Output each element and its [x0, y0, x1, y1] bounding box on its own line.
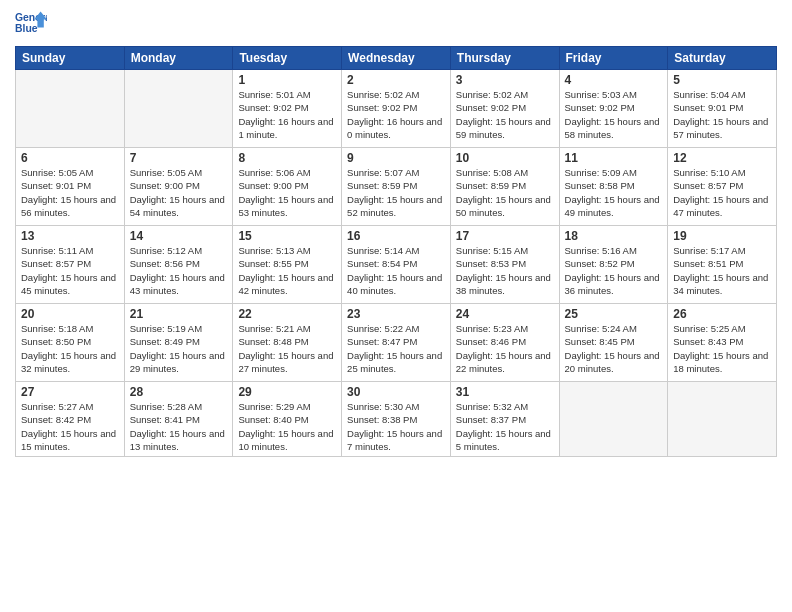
- day-info: Sunrise: 5:22 AM Sunset: 8:47 PM Dayligh…: [347, 322, 445, 375]
- svg-text:Blue: Blue: [15, 23, 38, 34]
- calendar-cell: [124, 70, 233, 148]
- calendar-cell: 11Sunrise: 5:09 AM Sunset: 8:58 PM Dayli…: [559, 148, 668, 226]
- calendar-cell: 2Sunrise: 5:02 AM Sunset: 9:02 PM Daylig…: [342, 70, 451, 148]
- calendar-cell: 20Sunrise: 5:18 AM Sunset: 8:50 PM Dayli…: [16, 304, 125, 382]
- weekday-header-row: SundayMondayTuesdayWednesdayThursdayFrid…: [16, 47, 777, 70]
- calendar-body: 1Sunrise: 5:01 AM Sunset: 9:02 PM Daylig…: [16, 70, 777, 457]
- calendar-week-row: 6Sunrise: 5:05 AM Sunset: 9:01 PM Daylig…: [16, 148, 777, 226]
- day-number: 9: [347, 151, 445, 165]
- day-number: 22: [238, 307, 336, 321]
- calendar-cell: [668, 382, 777, 457]
- day-number: 23: [347, 307, 445, 321]
- calendar-cell: [16, 70, 125, 148]
- day-number: 7: [130, 151, 228, 165]
- day-info: Sunrise: 5:16 AM Sunset: 8:52 PM Dayligh…: [565, 244, 663, 297]
- weekday-header-cell: Tuesday: [233, 47, 342, 70]
- day-number: 1: [238, 73, 336, 87]
- calendar-cell: 10Sunrise: 5:08 AM Sunset: 8:59 PM Dayli…: [450, 148, 559, 226]
- calendar-cell: 19Sunrise: 5:17 AM Sunset: 8:51 PM Dayli…: [668, 226, 777, 304]
- calendar-cell: 25Sunrise: 5:24 AM Sunset: 8:45 PM Dayli…: [559, 304, 668, 382]
- logo-icon: General Blue: [15, 10, 47, 38]
- day-number: 18: [565, 229, 663, 243]
- day-info: Sunrise: 5:21 AM Sunset: 8:48 PM Dayligh…: [238, 322, 336, 375]
- calendar-week-row: 27Sunrise: 5:27 AM Sunset: 8:42 PM Dayli…: [16, 382, 777, 457]
- calendar-cell: 28Sunrise: 5:28 AM Sunset: 8:41 PM Dayli…: [124, 382, 233, 457]
- day-info: Sunrise: 5:05 AM Sunset: 9:00 PM Dayligh…: [130, 166, 228, 219]
- day-info: Sunrise: 5:17 AM Sunset: 8:51 PM Dayligh…: [673, 244, 771, 297]
- calendar-cell: 6Sunrise: 5:05 AM Sunset: 9:01 PM Daylig…: [16, 148, 125, 226]
- calendar-cell: 24Sunrise: 5:23 AM Sunset: 8:46 PM Dayli…: [450, 304, 559, 382]
- calendar-cell: 16Sunrise: 5:14 AM Sunset: 8:54 PM Dayli…: [342, 226, 451, 304]
- day-info: Sunrise: 5:28 AM Sunset: 8:41 PM Dayligh…: [130, 400, 228, 453]
- page-header: General Blue: [15, 10, 777, 38]
- calendar-cell: 8Sunrise: 5:06 AM Sunset: 9:00 PM Daylig…: [233, 148, 342, 226]
- day-number: 8: [238, 151, 336, 165]
- calendar-week-row: 20Sunrise: 5:18 AM Sunset: 8:50 PM Dayli…: [16, 304, 777, 382]
- day-info: Sunrise: 5:30 AM Sunset: 8:38 PM Dayligh…: [347, 400, 445, 453]
- calendar-week-row: 1Sunrise: 5:01 AM Sunset: 9:02 PM Daylig…: [16, 70, 777, 148]
- day-info: Sunrise: 5:08 AM Sunset: 8:59 PM Dayligh…: [456, 166, 554, 219]
- calendar-cell: 5Sunrise: 5:04 AM Sunset: 9:01 PM Daylig…: [668, 70, 777, 148]
- day-info: Sunrise: 5:32 AM Sunset: 8:37 PM Dayligh…: [456, 400, 554, 453]
- day-info: Sunrise: 5:02 AM Sunset: 9:02 PM Dayligh…: [347, 88, 445, 141]
- day-info: Sunrise: 5:05 AM Sunset: 9:01 PM Dayligh…: [21, 166, 119, 219]
- day-number: 31: [456, 385, 554, 399]
- logo: General Blue: [15, 10, 47, 38]
- calendar-cell: 26Sunrise: 5:25 AM Sunset: 8:43 PM Dayli…: [668, 304, 777, 382]
- day-info: Sunrise: 5:11 AM Sunset: 8:57 PM Dayligh…: [21, 244, 119, 297]
- day-info: Sunrise: 5:15 AM Sunset: 8:53 PM Dayligh…: [456, 244, 554, 297]
- calendar-cell: 9Sunrise: 5:07 AM Sunset: 8:59 PM Daylig…: [342, 148, 451, 226]
- weekday-header-cell: Monday: [124, 47, 233, 70]
- day-number: 28: [130, 385, 228, 399]
- day-number: 19: [673, 229, 771, 243]
- day-number: 5: [673, 73, 771, 87]
- day-info: Sunrise: 5:03 AM Sunset: 9:02 PM Dayligh…: [565, 88, 663, 141]
- calendar-cell: [559, 382, 668, 457]
- calendar-cell: 17Sunrise: 5:15 AM Sunset: 8:53 PM Dayli…: [450, 226, 559, 304]
- day-number: 14: [130, 229, 228, 243]
- day-info: Sunrise: 5:07 AM Sunset: 8:59 PM Dayligh…: [347, 166, 445, 219]
- calendar-week-row: 13Sunrise: 5:11 AM Sunset: 8:57 PM Dayli…: [16, 226, 777, 304]
- day-number: 24: [456, 307, 554, 321]
- day-info: Sunrise: 5:27 AM Sunset: 8:42 PM Dayligh…: [21, 400, 119, 453]
- day-number: 29: [238, 385, 336, 399]
- weekday-header-cell: Saturday: [668, 47, 777, 70]
- calendar-cell: 30Sunrise: 5:30 AM Sunset: 8:38 PM Dayli…: [342, 382, 451, 457]
- calendar-cell: 23Sunrise: 5:22 AM Sunset: 8:47 PM Dayli…: [342, 304, 451, 382]
- weekday-header-cell: Wednesday: [342, 47, 451, 70]
- day-number: 3: [456, 73, 554, 87]
- weekday-header-cell: Friday: [559, 47, 668, 70]
- day-info: Sunrise: 5:04 AM Sunset: 9:01 PM Dayligh…: [673, 88, 771, 141]
- day-number: 6: [21, 151, 119, 165]
- day-info: Sunrise: 5:02 AM Sunset: 9:02 PM Dayligh…: [456, 88, 554, 141]
- day-number: 17: [456, 229, 554, 243]
- day-number: 15: [238, 229, 336, 243]
- day-number: 27: [21, 385, 119, 399]
- weekday-header-cell: Thursday: [450, 47, 559, 70]
- day-info: Sunrise: 5:13 AM Sunset: 8:55 PM Dayligh…: [238, 244, 336, 297]
- day-number: 20: [21, 307, 119, 321]
- calendar-cell: 29Sunrise: 5:29 AM Sunset: 8:40 PM Dayli…: [233, 382, 342, 457]
- calendar-cell: 7Sunrise: 5:05 AM Sunset: 9:00 PM Daylig…: [124, 148, 233, 226]
- day-number: 21: [130, 307, 228, 321]
- day-info: Sunrise: 5:19 AM Sunset: 8:49 PM Dayligh…: [130, 322, 228, 375]
- calendar-cell: 27Sunrise: 5:27 AM Sunset: 8:42 PM Dayli…: [16, 382, 125, 457]
- day-info: Sunrise: 5:24 AM Sunset: 8:45 PM Dayligh…: [565, 322, 663, 375]
- calendar-cell: 13Sunrise: 5:11 AM Sunset: 8:57 PM Dayli…: [16, 226, 125, 304]
- day-number: 30: [347, 385, 445, 399]
- calendar-cell: 31Sunrise: 5:32 AM Sunset: 8:37 PM Dayli…: [450, 382, 559, 457]
- calendar-cell: 12Sunrise: 5:10 AM Sunset: 8:57 PM Dayli…: [668, 148, 777, 226]
- day-info: Sunrise: 5:09 AM Sunset: 8:58 PM Dayligh…: [565, 166, 663, 219]
- day-info: Sunrise: 5:29 AM Sunset: 8:40 PM Dayligh…: [238, 400, 336, 453]
- day-info: Sunrise: 5:23 AM Sunset: 8:46 PM Dayligh…: [456, 322, 554, 375]
- weekday-header-cell: Sunday: [16, 47, 125, 70]
- day-number: 16: [347, 229, 445, 243]
- calendar-cell: 1Sunrise: 5:01 AM Sunset: 9:02 PM Daylig…: [233, 70, 342, 148]
- day-number: 12: [673, 151, 771, 165]
- day-number: 4: [565, 73, 663, 87]
- day-number: 2: [347, 73, 445, 87]
- calendar-cell: 4Sunrise: 5:03 AM Sunset: 9:02 PM Daylig…: [559, 70, 668, 148]
- day-info: Sunrise: 5:10 AM Sunset: 8:57 PM Dayligh…: [673, 166, 771, 219]
- calendar-cell: 18Sunrise: 5:16 AM Sunset: 8:52 PM Dayli…: [559, 226, 668, 304]
- day-number: 10: [456, 151, 554, 165]
